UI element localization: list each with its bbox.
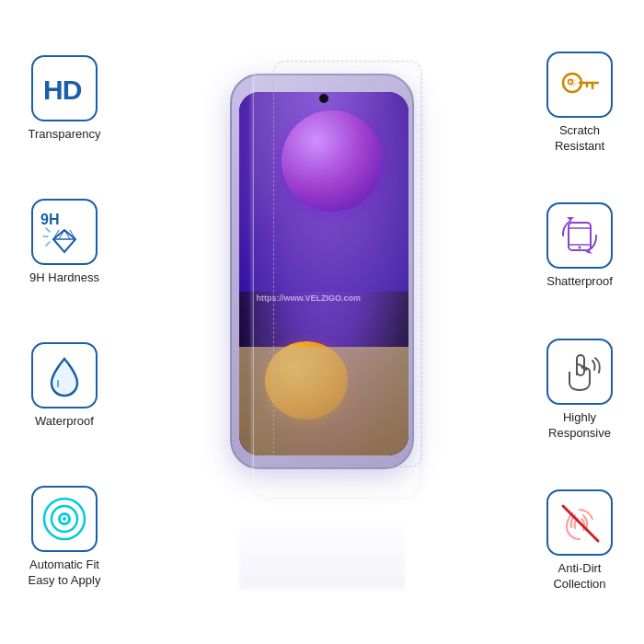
key-icon xyxy=(552,57,607,112)
feature-highly-responsive: HighlyResponsive xyxy=(546,339,613,442)
phone-wrapper: https://www.VELZIGO.com xyxy=(202,55,442,589)
svg-line-8 xyxy=(46,228,50,232)
phone-area: https://www.VELZIGO.com xyxy=(129,0,515,644)
feature-shatterproof: Shatterproof xyxy=(546,202,613,290)
feature-waterproof: Waterproof xyxy=(31,342,98,430)
feature-hd-transparency: HD Transparency xyxy=(29,55,101,143)
anti-dirt-icon-box xyxy=(546,489,613,556)
phone-reflection xyxy=(239,515,405,589)
auto-fit-label: Automatic Fit Easy to Apply xyxy=(29,558,101,589)
svg-marker-27 xyxy=(567,217,574,221)
waterproof-icon-box xyxy=(31,342,98,408)
waterproof-label: Waterproof xyxy=(35,414,94,430)
svg-point-16 xyxy=(63,517,66,521)
shatterproof-label: Shatterproof xyxy=(546,274,613,290)
anti-dirt-label: Anti-DirtCollection xyxy=(553,561,605,592)
phone-notch xyxy=(319,94,328,103)
hd-transparency-label: Transparency xyxy=(29,127,101,143)
fingerprint-no-icon xyxy=(552,495,607,550)
svg-text:9H: 9H xyxy=(40,212,59,227)
product-page: HD Transparency 9H xyxy=(0,0,644,644)
9h-icon-box: 9H xyxy=(31,199,98,265)
target-circle-icon xyxy=(37,491,92,546)
glass-protector xyxy=(253,64,419,497)
features-left-column: HD Transparency 9H xyxy=(0,0,129,644)
hd-icon-box: HD xyxy=(31,55,98,121)
9h-diamond-icon: 9H xyxy=(37,204,92,259)
scratch-resistant-label: ScratchResistant xyxy=(555,123,604,155)
feature-anti-dirt: Anti-DirtCollection xyxy=(546,489,613,592)
feature-auto-fit: Automatic Fit Easy to Apply xyxy=(29,486,101,589)
hd-icon: HD xyxy=(41,70,87,107)
touch-icon xyxy=(552,344,607,399)
rotate-phone-icon xyxy=(552,208,607,263)
auto-fit-icon-box xyxy=(31,486,98,552)
svg-line-10 xyxy=(46,242,50,246)
shatterproof-icon-box xyxy=(546,202,613,269)
svg-point-26 xyxy=(579,247,581,249)
feature-scratch-resistant: ScratchResistant xyxy=(546,52,613,155)
svg-text:HD: HD xyxy=(43,75,82,105)
svg-line-30 xyxy=(563,506,598,541)
highly-responsive-label: HighlyResponsive xyxy=(548,410,611,442)
watermark-text: https://www.VELZIGO.com xyxy=(256,293,361,303)
features-right-column: ScratchResistant Shatterproof xyxy=(515,0,644,644)
feature-9h-hardness: 9H 9H Hardness xyxy=(29,199,99,286)
water-drop-icon xyxy=(37,348,92,403)
scratch-icon-box xyxy=(546,52,613,118)
responsive-icon-box xyxy=(546,339,613,405)
9h-hardness-label: 9H Hardness xyxy=(29,270,99,286)
